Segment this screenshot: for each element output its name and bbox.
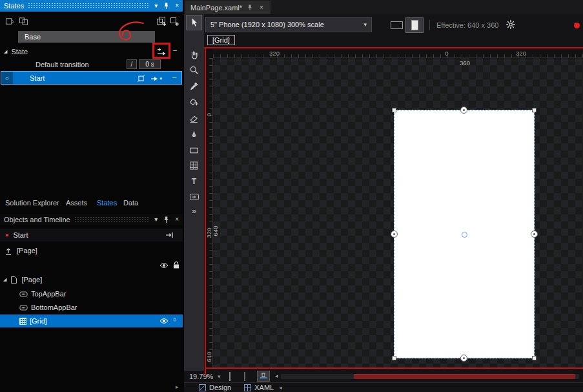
objects-panel-title: Objects and Timeline bbox=[4, 216, 70, 223]
add-state-group-button[interactable] bbox=[156, 16, 167, 26]
portrait-view-button[interactable] bbox=[406, 18, 423, 32]
eyedropper-tool[interactable] bbox=[187, 79, 201, 93]
anchor-handle-top[interactable] bbox=[460, 107, 467, 114]
view-scroll-arrow-icon[interactable]: ◂ bbox=[279, 384, 282, 391]
horizontal-scrollbar-track[interactable] bbox=[281, 374, 579, 379]
controls-tool[interactable] bbox=[187, 190, 201, 204]
design-canvas[interactable] bbox=[394, 110, 535, 358]
tools-panel: T » bbox=[184, 14, 204, 371]
resize-handle-ne[interactable] bbox=[532, 108, 537, 112]
state-active-indicator[interactable]: ○ bbox=[1, 72, 13, 84]
paint-bucket-tool[interactable] bbox=[187, 95, 201, 109]
xaml-view-icon bbox=[244, 384, 251, 391]
record-border-top bbox=[204, 47, 583, 48]
document-tab-title: MainPage.xaml* bbox=[190, 4, 242, 12]
scope-up-icon[interactable] bbox=[5, 247, 12, 255]
annotation-highlight-box bbox=[152, 43, 170, 59]
pin-icon[interactable] bbox=[161, 1, 171, 10]
add-state-button[interactable] bbox=[169, 16, 180, 26]
easing-function-button[interactable]: / bbox=[127, 59, 137, 69]
close-storyboard-icon[interactable] bbox=[165, 231, 174, 239]
document-close-icon[interactable]: × bbox=[258, 4, 265, 12]
close-icon[interactable]: × bbox=[173, 2, 181, 10]
tree-item-bottomappbar[interactable]: BottomAppBar bbox=[0, 301, 183, 314]
tree-item-page[interactable]: ◢ [Page] bbox=[0, 273, 183, 286]
snap-to-snaplines-icon[interactable] bbox=[258, 371, 269, 381]
states-panel-title: States bbox=[4, 2, 24, 10]
resize-handle-se[interactable] bbox=[532, 356, 537, 360]
scroll-left-arrow-icon[interactable]: ◂ bbox=[275, 373, 278, 379]
eye-icon[interactable] bbox=[159, 318, 169, 324]
eye-icon[interactable] bbox=[159, 262, 169, 269]
add-transition-dropdown-icon[interactable]: ▾ bbox=[150, 76, 162, 82]
xaml-view-tab[interactable]: XAML bbox=[244, 384, 274, 391]
snap-to-grid-icon[interactable] bbox=[244, 373, 245, 380]
scope-row[interactable]: [Page] bbox=[0, 244, 183, 257]
tab-solution-explorer[interactable]: Solution Explorer bbox=[5, 199, 59, 207]
pen-tool[interactable] bbox=[187, 127, 201, 141]
tab-data[interactable]: Data bbox=[123, 199, 138, 207]
design-view-label: Design bbox=[209, 384, 231, 391]
default-transition-label: Default transition bbox=[36, 61, 89, 68]
remove-state-icon[interactable]: – bbox=[172, 73, 176, 81]
eraser-tool[interactable] bbox=[187, 111, 201, 125]
design-view-icon bbox=[199, 384, 206, 391]
tree-item-grid[interactable]: [Grid] ○ bbox=[0, 315, 183, 327]
horizontal-scrollbar-thumb[interactable] bbox=[354, 374, 575, 379]
document-tab[interactable]: MainPage.xaml* × bbox=[185, 1, 271, 14]
anchor-handle-right[interactable] bbox=[531, 231, 538, 238]
close-icon[interactable]: × bbox=[173, 216, 181, 223]
transition-duration-field[interactable]: 0 s bbox=[139, 59, 161, 69]
tab-states[interactable]: States bbox=[97, 199, 117, 207]
panel-header-texture bbox=[74, 216, 148, 223]
canvas-height-label: 640 bbox=[212, 222, 219, 241]
scope-name-label: [Page] bbox=[17, 247, 37, 254]
resize-handle-sw[interactable] bbox=[392, 356, 396, 360]
canvas-width-label: 360 bbox=[455, 59, 475, 67]
document-pin-icon[interactable] bbox=[245, 3, 254, 12]
grid-layout-tool[interactable] bbox=[187, 158, 201, 172]
ruler-label: 320 bbox=[511, 50, 531, 57]
transition-preview-icon[interactable] bbox=[17, 16, 29, 26]
animatable-indicator[interactable]: ○ bbox=[173, 316, 176, 323]
resize-handle-nw[interactable] bbox=[392, 108, 396, 112]
group-expander-icon[interactable]: ◢ bbox=[4, 49, 7, 54]
artboard-settings-gear-icon[interactable] bbox=[506, 19, 516, 30]
rectangle-tool[interactable] bbox=[187, 143, 201, 158]
panel-menu-chevron-icon[interactable]: ▾ bbox=[152, 2, 159, 10]
pan-tool[interactable] bbox=[187, 47, 201, 61]
remove-state-group-icon[interactable]: – bbox=[173, 46, 177, 54]
state-recording-options-icon[interactable] bbox=[4, 16, 15, 26]
zoom-level-value[interactable]: 19.79% bbox=[189, 373, 213, 380]
states-toolbar bbox=[0, 13, 183, 30]
design-view-tab[interactable]: Design bbox=[199, 384, 231, 391]
landscape-view-button[interactable] bbox=[388, 18, 405, 32]
lock-icon[interactable] bbox=[173, 261, 179, 269]
selection-tool[interactable] bbox=[187, 15, 201, 30]
panel-resize-grip[interactable]: ▸ bbox=[176, 384, 179, 390]
pin-to-artboard-icon[interactable] bbox=[137, 74, 145, 83]
device-selector-value: 5" Phone (1920 x 1080) 300% scale bbox=[210, 21, 324, 28]
ruler-label: 640 bbox=[205, 347, 212, 367]
breadcrumb[interactable]: [Grid] bbox=[207, 35, 235, 45]
appbar-icon bbox=[19, 305, 28, 311]
text-tool[interactable]: T bbox=[187, 174, 201, 189]
panel-menu-chevron-icon[interactable]: ▾ bbox=[152, 216, 159, 223]
state-row-start[interactable]: ○ Start ▾ – bbox=[1, 71, 182, 85]
storyboard-row[interactable]: ● Start bbox=[0, 229, 183, 242]
anchor-handle-left[interactable] bbox=[391, 231, 398, 238]
tab-assets[interactable]: Assets bbox=[66, 199, 87, 207]
center-anchor-handle[interactable] bbox=[462, 232, 467, 238]
zoom-tool[interactable] bbox=[187, 63, 201, 77]
tree-expander-icon[interactable]: ◢ bbox=[3, 277, 6, 282]
show-grid-icon[interactable] bbox=[229, 373, 230, 380]
document-tab-bar: MainPage.xaml* × bbox=[184, 0, 583, 14]
assets-more-tools-icon[interactable]: » bbox=[187, 203, 201, 218]
anchor-handle-bottom[interactable] bbox=[460, 355, 467, 362]
states-panel-header[interactable]: States ▾ × bbox=[0, 0, 183, 12]
pin-icon[interactable] bbox=[161, 215, 171, 224]
zoom-dropdown-chevron-icon[interactable]: ▾ bbox=[218, 373, 221, 380]
tree-item-topappbar[interactable]: TopAppBar bbox=[0, 287, 183, 300]
objects-panel-header[interactable]: Objects and Timeline ▾ × bbox=[0, 214, 183, 225]
device-selector-dropdown[interactable]: 5" Phone (1920 x 1080) 300% scale ▾ bbox=[205, 17, 372, 32]
